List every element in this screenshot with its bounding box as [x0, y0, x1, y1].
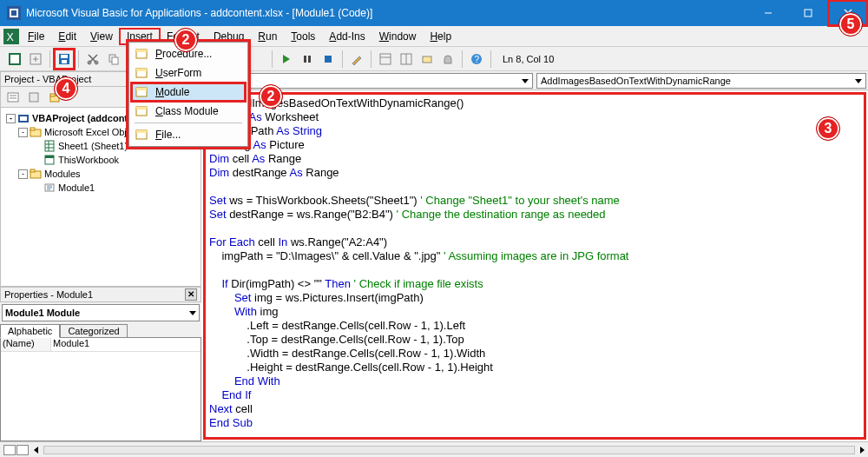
project-icon — [17, 112, 30, 124]
annotation-badge-4: 4 — [54, 76, 78, 101]
view-code-button[interactable] — [3, 88, 23, 107]
run-button[interactable] — [277, 50, 296, 69]
svg-rect-36 — [30, 93, 38, 102]
minimize-button[interactable] — [748, 0, 788, 26]
menu-tools[interactable]: Tools — [284, 29, 322, 44]
code-editor[interactable]: Sub AddImagesBasedOnTextWithDynamicRange… — [203, 92, 866, 440]
menu-file[interactable]: File — [21, 29, 51, 44]
svg-rect-50 — [30, 169, 35, 172]
project-explorer-button[interactable] — [376, 50, 395, 69]
menu-item-icon — [135, 104, 148, 118]
toolbox-button[interactable] — [438, 50, 457, 69]
menu-help[interactable]: Help — [423, 29, 458, 44]
maximize-button[interactable] — [788, 0, 828, 26]
annotation-badge-5: 5 — [838, 12, 863, 36]
procedure-dropdown[interactable]: AddImagesBasedOnTextWithDynamicRange — [536, 73, 866, 89]
menu-item-label: Module — [155, 86, 189, 98]
hscrollbar[interactable] — [43, 446, 855, 454]
cursor-position: Ln 8, Col 10 — [496, 54, 561, 64]
tree-node-label: Module1 — [58, 182, 95, 193]
excel-icon[interactable]: X — [3, 29, 19, 44]
svg-rect-26 — [380, 54, 391, 64]
svg-rect-62 — [136, 107, 147, 109]
folder-icon — [30, 126, 42, 138]
reset-button[interactable] — [319, 50, 338, 69]
svg-rect-38 — [50, 94, 55, 96]
book-icon — [43, 154, 56, 166]
menu-item-icon — [135, 85, 148, 99]
insert-module-button[interactable] — [26, 50, 45, 69]
svg-rect-60 — [136, 88, 147, 90]
tab-alphabetic[interactable]: Alphabetic — [0, 324, 60, 338]
properties-pane-title[interactable]: Properties - Module1 ✕ — [0, 287, 201, 302]
menu-item-icon — [135, 66, 148, 80]
properties-grid[interactable]: (Name)Module1 — [0, 337, 201, 441]
properties-object-combo[interactable]: Module1 Module — [2, 304, 200, 321]
menu-window[interactable]: Window — [372, 29, 424, 44]
property-name: (Name) — [1, 338, 51, 351]
property-row[interactable]: (Name)Module1 — [1, 338, 201, 352]
properties-tabs: Alphabetic Categorized — [0, 323, 201, 337]
view-mode-buttons[interactable] — [3, 445, 29, 455]
window-titlebar: Microsoft Visual Basic for Applications … — [0, 0, 868, 26]
svg-rect-16 — [62, 60, 67, 63]
svg-rect-23 — [304, 56, 306, 63]
insert-menu-userform[interactable]: UserForm — [131, 63, 246, 83]
svg-rect-42 — [30, 128, 35, 130]
svg-text:X: X — [6, 30, 13, 43]
help-button[interactable]: ? — [467, 50, 486, 69]
menu-edit[interactable]: Edit — [51, 29, 83, 44]
svg-rect-10 — [10, 55, 19, 63]
break-button[interactable] — [298, 50, 317, 69]
insert-menu-module[interactable]: Module — [131, 83, 246, 102]
tree-node[interactable]: ThisWorkbook — [3, 153, 199, 167]
design-mode-button[interactable] — [347, 50, 366, 69]
property-value[interactable]: Module1 — [51, 338, 201, 351]
dropdown-arrow-icon — [522, 79, 529, 83]
menu-item-icon — [135, 47, 148, 61]
copy-button[interactable] — [104, 50, 123, 69]
view-object-button[interactable] — [24, 88, 43, 107]
save-button[interactable] — [55, 50, 74, 69]
cut-button[interactable] — [83, 50, 102, 69]
menu-add-ins[interactable]: Add-Ins — [322, 29, 372, 44]
properties-pane-label: Properties - Module1 — [4, 289, 93, 300]
properties-object-name: Module1 Module — [5, 308, 80, 318]
insert-menu-file-[interactable]: File... — [131, 125, 246, 144]
insert-menu-dropdown: Procedure...UserFormModuleClass ModuleFi… — [128, 42, 248, 147]
object-browser-button[interactable] — [418, 50, 437, 69]
properties-window-button[interactable] — [397, 50, 416, 69]
folder-icon — [30, 168, 42, 180]
menu-run[interactable]: Run — [251, 29, 284, 44]
insert-menu-class-module[interactable]: Class Module — [131, 102, 246, 121]
app-icon — [7, 6, 21, 20]
module-icon — [43, 182, 56, 194]
menu-view[interactable]: View — [83, 29, 120, 44]
view-excel-button[interactable] — [5, 50, 24, 69]
properties-pane-close-icon[interactable]: ✕ — [185, 288, 197, 301]
tree-node[interactable]: -Modules — [3, 167, 199, 181]
dropdown-arrow-icon — [189, 311, 196, 315]
tree-node[interactable]: Module1 — [3, 181, 199, 195]
svg-rect-64 — [136, 130, 147, 133]
svg-rect-56 — [136, 50, 147, 52]
menu-item-icon — [135, 128, 148, 142]
annotation-badge-3: 3 — [816, 116, 840, 141]
svg-rect-33 — [8, 93, 18, 102]
menu-item-label: File... — [155, 129, 181, 141]
properties-pane: Properties - Module1 ✕ Module1 Module Al… — [0, 287, 201, 441]
scroll-right-icon[interactable] — [860, 447, 865, 454]
svg-text:?: ? — [475, 55, 480, 64]
svg-rect-24 — [308, 56, 311, 63]
tab-categorized[interactable]: Categorized — [60, 324, 127, 338]
object-dropdown[interactable]: (General) — [203, 73, 533, 89]
procedure-dropdown-value: AddImagesBasedOnTextWithDynamicRange — [541, 76, 731, 86]
tree-twister-icon[interactable]: - — [6, 114, 16, 123]
svg-rect-40 — [20, 116, 27, 121]
sheet-icon — [43, 140, 56, 152]
scroll-left-icon[interactable] — [34, 447, 38, 454]
svg-rect-58 — [136, 69, 147, 71]
svg-rect-43 — [45, 141, 54, 151]
tree-twister-icon[interactable]: - — [18, 128, 28, 137]
tree-twister-icon[interactable]: - — [18, 169, 28, 179]
